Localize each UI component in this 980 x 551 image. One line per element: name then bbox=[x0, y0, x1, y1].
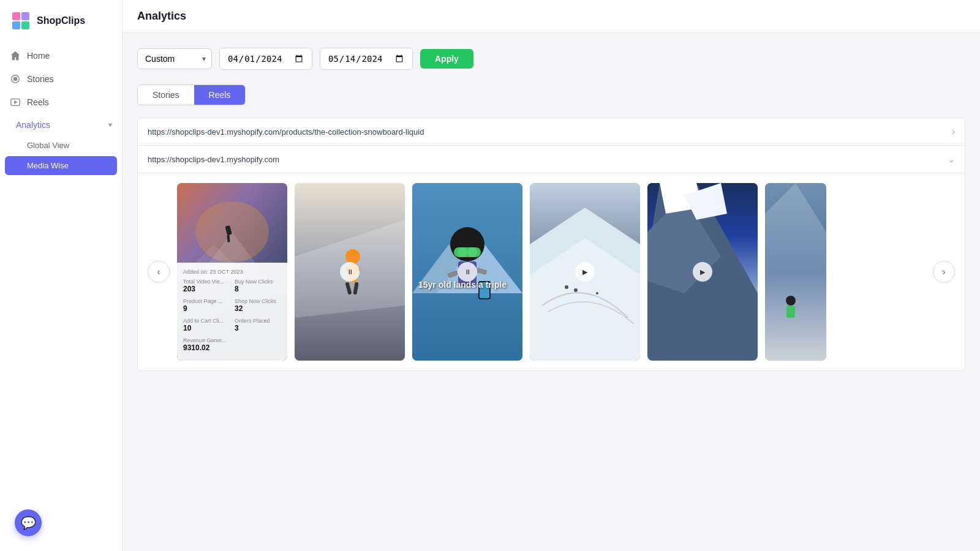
svg-point-32 bbox=[458, 247, 467, 257]
chat-icon: 💬 bbox=[21, 515, 36, 530]
home-icon bbox=[10, 50, 21, 61]
play-icon-3: ▶ bbox=[582, 268, 587, 276]
tabs: Stories Reels bbox=[137, 84, 246, 105]
sidebar-item-stories[interactable]: Stories bbox=[0, 67, 122, 91]
mountain-scene-6 bbox=[765, 183, 826, 361]
start-date-input[interactable] bbox=[219, 48, 312, 70]
card-1-shop-now-label: Shop Now Clicks bbox=[235, 298, 281, 304]
apply-button[interactable]: Apply bbox=[420, 49, 473, 69]
sidebar-item-home-label: Home bbox=[27, 51, 50, 61]
media-grid-wrapper: ‹ bbox=[138, 173, 965, 370]
analytics-sub-nav: Global View Media Wise bbox=[0, 136, 122, 176]
card-1-add-to-cart: 10 bbox=[183, 324, 230, 332]
card-1-total-views: 203 bbox=[183, 285, 230, 293]
sidebar-item-reels-label: Reels bbox=[27, 97, 49, 107]
logo-area: ShopClips bbox=[0, 10, 122, 44]
sidebar-item-stories-label: Stories bbox=[27, 74, 54, 84]
url-section: https://shopclips-dev1.myshopify.com/pro… bbox=[137, 118, 965, 371]
reels-icon bbox=[10, 97, 21, 108]
svg-rect-4 bbox=[21, 21, 29, 29]
tab-stories[interactable]: Stories bbox=[138, 85, 194, 105]
svg-rect-52 bbox=[786, 305, 795, 318]
media-card-5[interactable]: ▶ bbox=[647, 183, 758, 361]
play-icon-4: ▶ bbox=[700, 268, 705, 276]
analytics-label: Analytics bbox=[16, 120, 50, 130]
url-text-1: https://shopclips-dev1.myshopify.com/pro… bbox=[148, 127, 424, 137]
sidebar-item-global-view[interactable]: Global View bbox=[0, 136, 122, 155]
card-1-product-page-label: Product Page ... bbox=[183, 298, 230, 304]
card-1-total-views-label: Total Video Vie... bbox=[183, 279, 230, 285]
card-1-buy-now: 8 bbox=[235, 285, 281, 293]
card-3-play-btn[interactable]: ⏸ bbox=[458, 262, 477, 282]
carousel-prev-button[interactable]: ‹ bbox=[148, 261, 170, 283]
svg-rect-1 bbox=[12, 12, 20, 20]
svg-point-42 bbox=[565, 285, 568, 289]
card-1-added-date: Added on: 23 OCT 2023 bbox=[183, 269, 281, 275]
logo-text: ShopClips bbox=[37, 15, 85, 26]
url-text-2: https://shopclips-dev1.myshopify.com bbox=[148, 155, 279, 164]
media-card-2[interactable]: ⏸ bbox=[295, 183, 405, 361]
content-area: Custom Last 7 days Last 30 days Last 90 … bbox=[123, 33, 980, 551]
tab-reels[interactable]: Reels bbox=[194, 85, 246, 105]
media-carousel: ‹ bbox=[148, 183, 955, 361]
card-1-overlay: Added on: 23 OCT 2023 Total Video Vie...… bbox=[177, 263, 287, 361]
media-items: Added on: 23 OCT 2023 Total Video Vie...… bbox=[177, 183, 925, 361]
url-row-1[interactable]: https://shopclips-dev1.myshopify.com/pro… bbox=[138, 118, 965, 146]
sidebar: ShopClips Home Stories Reels Analy bbox=[0, 0, 123, 551]
page-title: Analytics bbox=[137, 10, 186, 23]
svg-point-33 bbox=[467, 247, 477, 257]
sidebar-analytics-toggle[interactable]: Analytics ▾ bbox=[0, 114, 122, 136]
card-1-product-page: 9 bbox=[183, 304, 230, 313]
svg-point-43 bbox=[574, 288, 578, 292]
sidebar-item-home[interactable]: Home bbox=[0, 44, 122, 67]
main-content: Analytics Custom Last 7 days Last 30 day… bbox=[123, 0, 980, 551]
card-1-shop-now: 32 bbox=[235, 304, 281, 313]
svg-rect-2 bbox=[21, 12, 29, 20]
global-view-label: Global View bbox=[27, 141, 69, 150]
top-header: Analytics bbox=[123, 0, 980, 33]
end-date-input[interactable] bbox=[320, 48, 413, 70]
card-1-revenue-label: Revenue Gener... bbox=[183, 337, 281, 343]
url-chevron-2: ⌃ bbox=[948, 154, 955, 164]
card-4-play-btn[interactable]: ▶ bbox=[575, 262, 595, 282]
svg-point-44 bbox=[596, 292, 598, 294]
sidebar-item-media-wise[interactable]: Media Wise bbox=[5, 156, 117, 175]
url-row-2[interactable]: https://shopclips-dev1.myshopify.com ⌃ bbox=[138, 146, 965, 173]
play-icon-2: ⏸ bbox=[464, 268, 471, 276]
svg-marker-8 bbox=[14, 100, 17, 103]
sidebar-item-reels[interactable]: Reels bbox=[0, 91, 122, 114]
card-1-buy-now-label: Buy Now Clicks bbox=[235, 279, 281, 285]
chevron-left-icon: ‹ bbox=[157, 267, 160, 277]
stories-icon bbox=[10, 73, 21, 84]
card-2-play-btn[interactable]: ⏸ bbox=[340, 262, 360, 282]
play-icon: ⏸ bbox=[347, 268, 353, 276]
card-1-orders-label: Orders Placed bbox=[235, 318, 281, 324]
carousel-next-button[interactable]: › bbox=[933, 261, 955, 283]
card-1-add-to-cart-label: Add to Cart Cli... bbox=[183, 318, 230, 324]
chevron-down-icon: ▾ bbox=[108, 121, 112, 129]
logo-icon bbox=[10, 10, 32, 32]
chevron-right-icon: › bbox=[943, 267, 946, 277]
media-wise-label: Media Wise bbox=[27, 161, 69, 170]
media-card-6[interactable] bbox=[765, 183, 826, 361]
svg-point-53 bbox=[786, 296, 796, 305]
media-card-1[interactable]: Added on: 23 OCT 2023 Total Video Vie...… bbox=[177, 183, 287, 361]
card-5-play-btn[interactable]: ▶ bbox=[693, 262, 712, 282]
date-range-select-wrapper: Custom Last 7 days Last 30 days Last 90 … bbox=[137, 48, 212, 69]
svg-point-6 bbox=[13, 77, 17, 81]
svg-rect-3 bbox=[12, 21, 20, 29]
media-card-4[interactable]: ▶ bbox=[530, 183, 640, 361]
card-1-revenue: 9310.02 bbox=[183, 343, 281, 352]
date-range-select[interactable]: Custom Last 7 days Last 30 days Last 90 … bbox=[137, 48, 212, 69]
url-chevron-1: › bbox=[952, 127, 955, 137]
chat-bubble[interactable]: 💬 bbox=[15, 509, 42, 536]
filter-bar: Custom Last 7 days Last 30 days Last 90 … bbox=[137, 48, 965, 70]
media-card-3[interactable]: 15yr old lands a triple ⏸ bbox=[412, 183, 522, 361]
card-1-orders: 3 bbox=[235, 324, 281, 332]
